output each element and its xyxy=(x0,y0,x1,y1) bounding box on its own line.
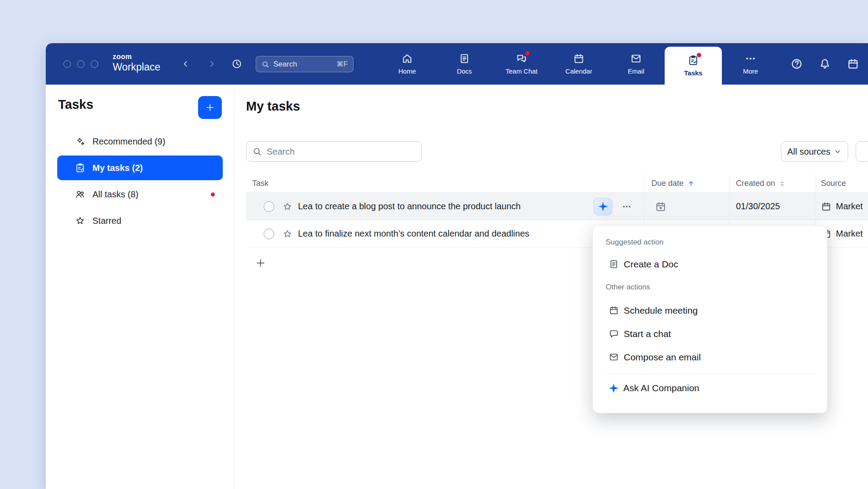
star-task-button[interactable] xyxy=(282,229,293,239)
ai-companion-action-button[interactable] xyxy=(594,198,612,215)
nav-item-team-chat[interactable]: Team Chat xyxy=(493,43,550,85)
nav-label: More xyxy=(743,67,758,75)
chevron-down-icon xyxy=(834,148,842,156)
clipped-toolbar-button[interactable] xyxy=(856,141,868,162)
chat-icon xyxy=(609,329,619,339)
nav-label: Home xyxy=(398,67,416,75)
task-search xyxy=(246,141,422,162)
star-task-button[interactable] xyxy=(282,201,293,212)
column-header-label: Created on xyxy=(736,179,775,188)
window-controls xyxy=(63,43,98,85)
sidebar-item-starred[interactable]: Starred xyxy=(57,208,223,233)
app-window: zoom Workplace Search ⌘F Home xyxy=(46,43,868,489)
sort-icon xyxy=(779,180,786,187)
column-header-due-date[interactable]: Due date xyxy=(644,174,729,193)
nav-item-home[interactable]: Home xyxy=(379,43,436,85)
nav-item-tasks[interactable]: Tasks xyxy=(665,47,722,85)
tasks-badge xyxy=(697,53,701,57)
global-search[interactable]: Search ⌘F xyxy=(256,56,353,72)
sort-ascending-icon xyxy=(687,180,695,188)
table-header-row: Task Due date Created on Source xyxy=(246,174,868,193)
sidebar-item-label: Recommended (9) xyxy=(92,137,166,147)
menu-section-other: Other actions xyxy=(593,276,827,299)
nav-label: Email xyxy=(628,67,644,75)
task-search-input[interactable] xyxy=(246,141,422,162)
zoom-workplace-logo: zoom Workplace xyxy=(113,53,160,72)
window-control-zoom[interactable] xyxy=(91,60,98,68)
sparkles-icon xyxy=(75,136,85,147)
mini-calendar-button[interactable] xyxy=(847,58,859,70)
chevron-right-icon xyxy=(207,59,216,68)
plus-icon xyxy=(205,102,215,113)
menu-item-compose-email[interactable]: Compose an email xyxy=(593,345,827,369)
menu-item-ask-ai-companion[interactable]: Ask AI Companion xyxy=(593,374,827,402)
column-header-created-on[interactable]: Created on xyxy=(729,174,815,193)
add-task-inline-button[interactable] xyxy=(255,257,266,269)
add-task-button[interactable] xyxy=(198,96,222,119)
forward-button[interactable] xyxy=(206,43,218,85)
column-header-task: Task xyxy=(246,179,644,188)
home-icon xyxy=(401,53,413,64)
logo-workplace: Workplace xyxy=(113,62,160,72)
nav-item-email[interactable]: Email xyxy=(607,43,665,85)
back-button[interactable] xyxy=(180,43,192,85)
team-chat-unread-badge xyxy=(525,51,530,56)
ellipsis-icon xyxy=(622,202,632,211)
calendar-icon xyxy=(609,305,619,315)
column-header-source: Source xyxy=(815,174,868,193)
source-cell: Market xyxy=(815,193,868,220)
task-cell: Lea to finalize next month’s content cal… xyxy=(246,220,644,247)
sidebar-item-my-tasks[interactable]: My tasks (2) xyxy=(57,156,223,180)
more-icon xyxy=(745,53,756,64)
menu-item-create-doc[interactable]: Create a Doc xyxy=(593,252,827,276)
calendar-icon xyxy=(573,53,585,64)
window-control-minimize[interactable] xyxy=(77,60,85,68)
source-label: Market xyxy=(836,201,863,211)
email-icon xyxy=(609,352,619,362)
ai-companion-icon xyxy=(609,383,618,393)
global-search-placeholder: Search xyxy=(273,60,297,69)
nav-item-docs[interactable]: Docs xyxy=(436,43,493,85)
logo-zoom: zoom xyxy=(113,53,160,61)
help-button[interactable] xyxy=(791,58,803,70)
task-title: Lea to finalize next month’s content cal… xyxy=(298,229,530,239)
menu-item-label: Ask AI Companion xyxy=(623,383,699,393)
menu-item-start-chat[interactable]: Start a chat xyxy=(593,322,827,345)
window-control-close[interactable] xyxy=(63,60,71,68)
more-actions-button[interactable] xyxy=(619,199,634,214)
top-navigation: Home Docs Team Chat Calendar Em xyxy=(379,43,779,85)
menu-item-label: Schedule meeting xyxy=(624,305,698,316)
menu-item-label: Compose an email xyxy=(624,352,701,363)
source-icon xyxy=(821,201,831,212)
task-row-1[interactable]: Lea to create a blog post to announce th… xyxy=(246,193,868,220)
sources-filter-dropdown[interactable]: All sources xyxy=(781,141,848,162)
all-tasks-unread-badge xyxy=(211,193,215,196)
ai-sparkle-icon xyxy=(598,202,608,211)
docs-icon xyxy=(459,53,470,64)
task-title: Lea to create a blog post to announce th… xyxy=(298,201,521,211)
sidebar-title: Tasks xyxy=(58,97,93,112)
page-title: My tasks xyxy=(246,99,300,114)
set-due-date-button[interactable] xyxy=(655,201,666,212)
global-search-shortcut: ⌘F xyxy=(336,60,348,68)
chevron-left-icon xyxy=(181,59,190,68)
sidebar-item-all-tasks[interactable]: All tasks (8) xyxy=(57,182,223,207)
sidebar-item-label: My tasks (2) xyxy=(92,163,143,173)
search-icon xyxy=(252,147,262,156)
source-label: Market xyxy=(836,229,863,239)
nav-item-calendar[interactable]: Calendar xyxy=(550,43,607,85)
due-date-cell xyxy=(644,193,729,220)
nav-label: Docs xyxy=(457,67,472,75)
task-cell: Lea to create a blog post to announce th… xyxy=(246,193,644,220)
menu-item-schedule-meeting[interactable]: Schedule meeting xyxy=(593,299,827,322)
history-button[interactable] xyxy=(231,43,243,85)
nav-item-more[interactable]: More xyxy=(722,43,779,85)
task-complete-checkbox[interactable] xyxy=(264,229,274,239)
task-complete-checkbox[interactable] xyxy=(264,201,274,212)
clock-icon xyxy=(231,58,243,70)
sidebar-items: Recommended (9) My tasks (2) All tasks (… xyxy=(57,129,223,235)
column-header-label: Source xyxy=(821,179,846,188)
task-actions-menu: Suggested action Create a Doc Other acti… xyxy=(592,226,828,413)
notifications-button[interactable] xyxy=(819,58,831,70)
sidebar-item-recommended[interactable]: Recommended (9) xyxy=(57,129,223,154)
